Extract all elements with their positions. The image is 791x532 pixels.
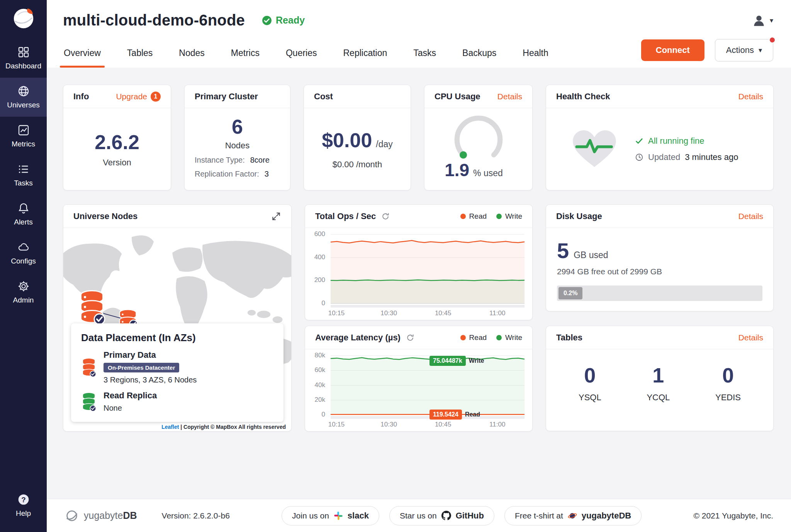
sidebar-item-alerts[interactable]: Alerts (0, 195, 47, 234)
read-dot-icon (460, 335, 466, 340)
tshirt-button[interactable]: Free t-shirt at yugabyteDB (504, 506, 642, 525)
sidebar-item-configs[interactable]: Configs (0, 234, 47, 273)
instance-type-row: Instance Type: 8core (185, 156, 290, 165)
axis-band (331, 416, 525, 419)
heartbeat-icon (572, 129, 617, 170)
world-map[interactable]: Data Placement (In AZs) (63, 228, 291, 431)
tab-tasks[interactable]: Tasks (412, 42, 437, 68)
sidebar-item-admin[interactable]: Admin (0, 273, 47, 312)
write-latency-tooltip: 75.04487k Write (429, 356, 484, 366)
connect-button[interactable]: Connect (641, 39, 704, 61)
admin-icon (17, 280, 30, 292)
yugabyte-logo-icon[interactable] (12, 6, 36, 30)
x-tick: 10:15 (328, 421, 345, 428)
upgrade-link[interactable]: Upgrade 1 (116, 92, 161, 102)
ysql-count: 0 YSQL (579, 363, 601, 403)
sidebar-item-dashboard[interactable]: Dashboard (0, 39, 47, 78)
legend-write[interactable]: Write (496, 212, 522, 221)
read-replica-desc: None (104, 404, 157, 413)
x-tick: 10:30 (380, 309, 397, 317)
configs-icon (17, 241, 30, 253)
health-updated-row: Updated 3 minutes ago (635, 152, 738, 162)
tab-tables[interactable]: Tables (126, 42, 153, 68)
check-icon (635, 137, 643, 145)
version-value: 2.6.2 (95, 131, 139, 154)
axis-band (331, 305, 525, 308)
health-check-card: Health Check Details All running fine (546, 85, 774, 190)
tables-details-link[interactable]: Details (738, 333, 763, 342)
refresh-icon[interactable] (381, 212, 390, 221)
y-tick: 80k (315, 352, 325, 359)
health-status-text: All running fine (648, 136, 704, 146)
user-menu[interactable]: ▾ (752, 13, 773, 28)
help-icon: ? (17, 493, 30, 506)
cost-day-unit: /day (376, 139, 392, 150)
chevron-down-icon: ▾ (770, 16, 773, 25)
check-circle-icon (262, 15, 272, 25)
write-dot-icon (496, 335, 502, 340)
github-button[interactable]: Star us on GitHub (389, 506, 494, 525)
slack-icon (334, 511, 343, 520)
cpu-details-link[interactable]: Details (497, 92, 522, 101)
refresh-icon[interactable] (406, 333, 414, 342)
sidebar-item-label: Dashboard (5, 62, 41, 70)
github-icon (441, 511, 451, 520)
health-status-row: All running fine (635, 136, 738, 146)
leaflet-link[interactable]: Leaflet (161, 424, 179, 430)
chart-legend: Read Write (460, 212, 522, 221)
disk-used-value: 5 (557, 238, 569, 263)
tab-overview[interactable]: Overview (63, 42, 102, 68)
tab-queries[interactable]: Queries (285, 42, 318, 68)
legend-read[interactable]: Read (460, 212, 487, 221)
disk-details-link[interactable]: Details (738, 212, 763, 221)
footer-logo[interactable]: yugabyteDB (65, 508, 137, 523)
replica-db-icon (81, 391, 97, 413)
legend-read[interactable]: Read (460, 333, 487, 342)
actions-button[interactable]: Actions ▾ (715, 39, 773, 61)
tab-nodes[interactable]: Nodes (178, 42, 205, 68)
y-tick: 400 (314, 253, 325, 261)
sidebar-item-metrics[interactable]: Metrics (0, 117, 47, 156)
legend-write[interactable]: Write (496, 333, 522, 342)
sidebar-item-label: Tasks (14, 179, 33, 187)
notification-dot (769, 36, 776, 44)
sidebar-item-help[interactable]: ? Help (0, 486, 47, 525)
placement-title: Data Placement (In AZs) (81, 332, 273, 344)
y-tick: 0 (322, 299, 325, 307)
ops-chart-svg (331, 234, 525, 303)
tab-metrics[interactable]: Metrics (230, 42, 260, 68)
sidebar-nav: Dashboard Universes Metrics Tasks Alerts (0, 39, 47, 312)
expand-icon[interactable] (271, 211, 281, 221)
y-tick: 200 (314, 276, 325, 284)
write-dot-icon (496, 214, 502, 219)
gauge-needle-dot (460, 151, 467, 158)
footer-copyright: © 2021 Yugabyte, Inc. (693, 511, 773, 520)
ops-chart[interactable]: 0 200 400 600 10:15 10:30 10:45 11:00 (305, 228, 532, 320)
slack-button[interactable]: Join us on slack (282, 506, 379, 525)
latency-chart[interactable]: 0 20k 40k 60k 80k 10:15 10:30 10:45 11:0… (305, 349, 532, 431)
cost-per-day: $0.00 (322, 129, 372, 152)
sidebar-item-universes[interactable]: Universes (0, 78, 47, 117)
latency-chart-svg (331, 355, 525, 415)
health-details-link[interactable]: Details (738, 92, 763, 101)
tab-replication[interactable]: Replication (343, 42, 388, 68)
y-tick: 600 (314, 230, 325, 238)
sidebar-item-label: Configs (11, 257, 36, 265)
read-latency-tooltip: 119.5424 Read (429, 410, 480, 420)
primary-nodes-icon[interactable] (78, 289, 106, 325)
page-title: multi-cloud-demo-6node (63, 12, 245, 29)
cost-per-month: $0.00 /month (333, 160, 382, 170)
disk-usage-bar: 0.2% (557, 286, 762, 301)
replication-factor-row: Replication Factor: 3 (185, 170, 290, 178)
svg-text:?: ? (21, 496, 25, 504)
sidebar-item-label: Admin (13, 296, 34, 304)
nodes-count: 6 (232, 115, 243, 138)
read-replica-label: Read Replica (104, 391, 157, 401)
read-replica-row: Read Replica None (81, 391, 273, 413)
x-tick: 10:30 (380, 421, 397, 428)
yedis-count: 0 YEDIS (715, 363, 741, 403)
nodes-label: Nodes (225, 141, 250, 151)
tab-backups[interactable]: Backups (462, 42, 497, 68)
sidebar-item-tasks[interactable]: Tasks (0, 156, 47, 195)
tab-health[interactable]: Health (522, 42, 549, 68)
